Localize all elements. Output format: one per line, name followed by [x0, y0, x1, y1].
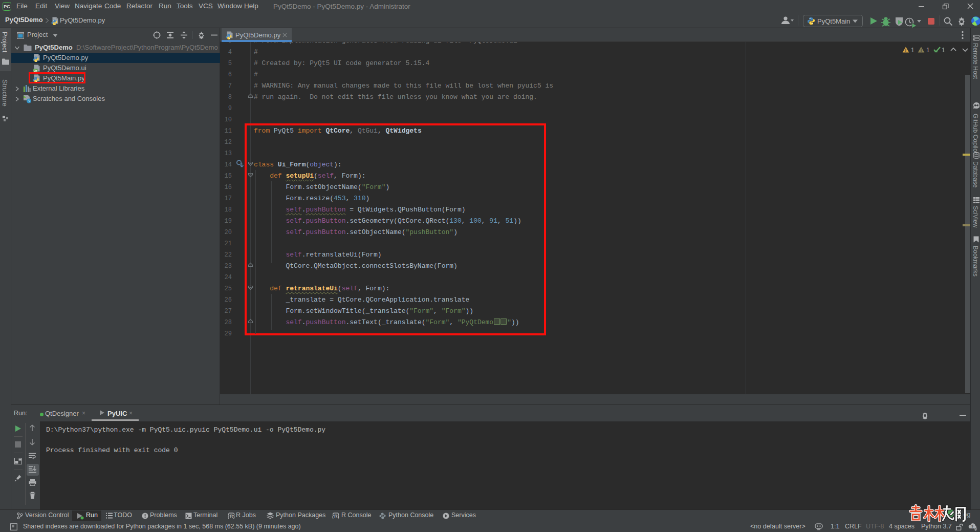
svg-text:PyQt5Main: PyQt5Main — [817, 17, 850, 25]
svg-text:R: R — [230, 514, 233, 519]
svg-text:1: 1 — [926, 47, 930, 54]
svg-text:1: 1 — [911, 47, 914, 54]
svg-text:Qt: Qt — [34, 69, 37, 72]
svg-text:R: R — [334, 514, 338, 519]
svg-text:PC: PC — [4, 4, 10, 9]
svg-text:1: 1 — [942, 47, 945, 54]
